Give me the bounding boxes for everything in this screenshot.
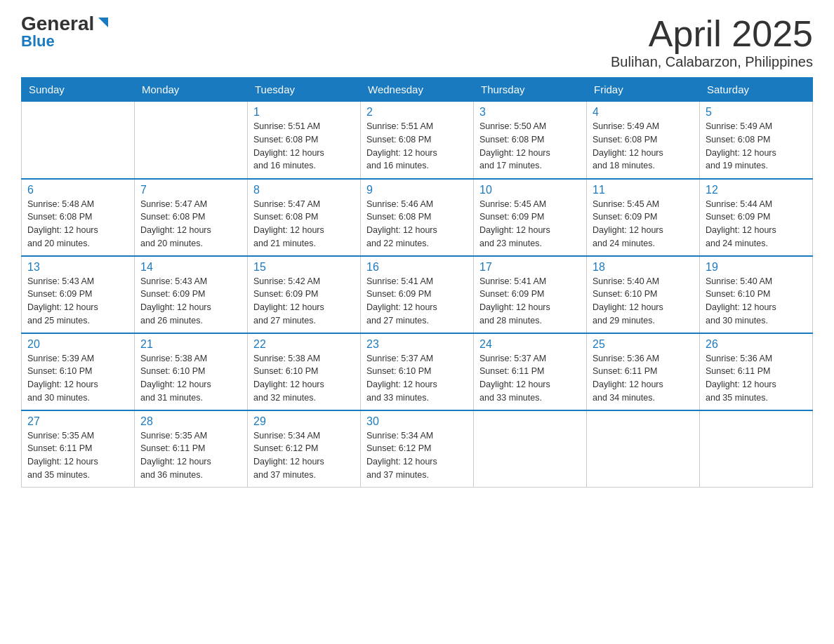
day-number: 9 bbox=[366, 184, 468, 196]
day-info: Sunrise: 5:51 AM Sunset: 6:08 PM Dayligh… bbox=[253, 120, 355, 173]
day-info: Sunrise: 5:34 AM Sunset: 6:12 PM Dayligh… bbox=[366, 429, 468, 482]
calendar-day-cell: 15Sunrise: 5:42 AM Sunset: 6:09 PM Dayli… bbox=[248, 256, 361, 333]
day-info: Sunrise: 5:43 AM Sunset: 6:09 PM Dayligh… bbox=[140, 275, 241, 328]
calendar-day-cell: 23Sunrise: 5:37 AM Sunset: 6:10 PM Dayli… bbox=[361, 333, 474, 410]
weekday-header-wednesday: Wednesday bbox=[361, 78, 474, 102]
day-number: 16 bbox=[366, 261, 468, 274]
weekday-header-friday: Friday bbox=[587, 78, 700, 102]
calendar-day-cell: 17Sunrise: 5:41 AM Sunset: 6:09 PM Dayli… bbox=[474, 256, 587, 333]
page-header: General Blue April 2025 Bulihan, Calabar… bbox=[21, 14, 813, 70]
day-number: 13 bbox=[27, 261, 128, 274]
day-number: 22 bbox=[253, 338, 355, 351]
day-number: 6 bbox=[27, 184, 128, 196]
weekday-header-sunday: Sunday bbox=[22, 78, 135, 102]
logo-triangle-icon bbox=[95, 15, 111, 30]
day-number: 1 bbox=[253, 106, 355, 119]
day-info: Sunrise: 5:46 AM Sunset: 6:08 PM Dayligh… bbox=[366, 198, 468, 250]
day-info: Sunrise: 5:42 AM Sunset: 6:09 PM Dayligh… bbox=[253, 275, 355, 328]
logo: General Blue bbox=[21, 14, 111, 51]
day-info: Sunrise: 5:49 AM Sunset: 6:08 PM Dayligh… bbox=[593, 120, 694, 173]
calendar-day-cell: 28Sunrise: 5:35 AM Sunset: 6:11 PM Dayli… bbox=[135, 410, 248, 488]
day-info: Sunrise: 5:38 AM Sunset: 6:10 PM Dayligh… bbox=[140, 352, 241, 405]
day-number: 11 bbox=[593, 184, 694, 196]
calendar-day-cell: 4Sunrise: 5:49 AM Sunset: 6:08 PM Daylig… bbox=[587, 102, 700, 179]
day-info: Sunrise: 5:43 AM Sunset: 6:09 PM Dayligh… bbox=[27, 275, 128, 328]
calendar-day-cell: 22Sunrise: 5:38 AM Sunset: 6:10 PM Dayli… bbox=[248, 333, 361, 410]
day-number: 7 bbox=[140, 184, 241, 196]
calendar-day-cell: 30Sunrise: 5:34 AM Sunset: 6:12 PM Dayli… bbox=[361, 410, 474, 488]
calendar-day-cell: 1Sunrise: 5:51 AM Sunset: 6:08 PM Daylig… bbox=[248, 102, 361, 179]
calendar-week-row: 6Sunrise: 5:48 AM Sunset: 6:08 PM Daylig… bbox=[22, 179, 813, 256]
calendar-day-cell bbox=[587, 410, 700, 488]
calendar-day-cell: 27Sunrise: 5:35 AM Sunset: 6:11 PM Dayli… bbox=[22, 410, 135, 488]
day-info: Sunrise: 5:40 AM Sunset: 6:10 PM Dayligh… bbox=[593, 275, 694, 328]
day-number: 18 bbox=[593, 261, 694, 274]
day-number: 21 bbox=[140, 338, 241, 351]
day-info: Sunrise: 5:47 AM Sunset: 6:08 PM Dayligh… bbox=[140, 198, 241, 250]
day-info: Sunrise: 5:49 AM Sunset: 6:08 PM Dayligh… bbox=[706, 120, 807, 173]
weekday-header-saturday: Saturday bbox=[700, 78, 813, 102]
calendar-day-cell: 5Sunrise: 5:49 AM Sunset: 6:08 PM Daylig… bbox=[700, 102, 813, 179]
day-info: Sunrise: 5:47 AM Sunset: 6:08 PM Dayligh… bbox=[253, 198, 355, 250]
page-subtitle: Bulihan, Calabarzon, Philippines bbox=[611, 54, 813, 70]
day-info: Sunrise: 5:36 AM Sunset: 6:11 PM Dayligh… bbox=[593, 352, 694, 405]
day-number: 19 bbox=[706, 261, 807, 274]
calendar-header-row: SundayMondayTuesdayWednesdayThursdayFrid… bbox=[22, 78, 813, 102]
weekday-header-thursday: Thursday bbox=[474, 78, 587, 102]
day-number: 28 bbox=[140, 415, 241, 428]
calendar-day-cell: 11Sunrise: 5:45 AM Sunset: 6:09 PM Dayli… bbox=[587, 179, 700, 256]
day-number: 30 bbox=[366, 415, 468, 428]
calendar-day-cell: 14Sunrise: 5:43 AM Sunset: 6:09 PM Dayli… bbox=[135, 256, 248, 333]
calendar-week-row: 13Sunrise: 5:43 AM Sunset: 6:09 PM Dayli… bbox=[22, 256, 813, 333]
day-info: Sunrise: 5:36 AM Sunset: 6:11 PM Dayligh… bbox=[706, 352, 807, 405]
calendar-day-cell: 3Sunrise: 5:50 AM Sunset: 6:08 PM Daylig… bbox=[474, 102, 587, 179]
page-title: April 2025 bbox=[611, 14, 813, 54]
calendar-day-cell bbox=[700, 410, 813, 488]
day-number: 12 bbox=[706, 184, 807, 196]
calendar-day-cell: 6Sunrise: 5:48 AM Sunset: 6:08 PM Daylig… bbox=[22, 179, 135, 256]
day-number: 8 bbox=[253, 184, 355, 196]
day-number: 3 bbox=[479, 106, 581, 119]
day-number: 10 bbox=[479, 184, 581, 196]
day-number: 26 bbox=[706, 338, 807, 351]
calendar-day-cell: 26Sunrise: 5:36 AM Sunset: 6:11 PM Dayli… bbox=[700, 333, 813, 410]
day-info: Sunrise: 5:35 AM Sunset: 6:11 PM Dayligh… bbox=[140, 429, 241, 482]
calendar-table: SundayMondayTuesdayWednesdayThursdayFrid… bbox=[21, 77, 813, 488]
day-info: Sunrise: 5:37 AM Sunset: 6:11 PM Dayligh… bbox=[479, 352, 581, 405]
calendar-day-cell: 16Sunrise: 5:41 AM Sunset: 6:09 PM Dayli… bbox=[361, 256, 474, 333]
day-info: Sunrise: 5:45 AM Sunset: 6:09 PM Dayligh… bbox=[593, 198, 694, 250]
day-number: 20 bbox=[27, 338, 128, 351]
day-info: Sunrise: 5:51 AM Sunset: 6:08 PM Dayligh… bbox=[366, 120, 468, 173]
calendar-day-cell bbox=[474, 410, 587, 488]
day-number: 24 bbox=[479, 338, 581, 351]
day-info: Sunrise: 5:37 AM Sunset: 6:10 PM Dayligh… bbox=[366, 352, 468, 405]
calendar-day-cell: 7Sunrise: 5:47 AM Sunset: 6:08 PM Daylig… bbox=[135, 179, 248, 256]
day-info: Sunrise: 5:38 AM Sunset: 6:10 PM Dayligh… bbox=[253, 352, 355, 405]
calendar-day-cell: 13Sunrise: 5:43 AM Sunset: 6:09 PM Dayli… bbox=[22, 256, 135, 333]
calendar-day-cell bbox=[135, 102, 248, 179]
day-info: Sunrise: 5:35 AM Sunset: 6:11 PM Dayligh… bbox=[27, 429, 128, 482]
calendar-day-cell: 9Sunrise: 5:46 AM Sunset: 6:08 PM Daylig… bbox=[361, 179, 474, 256]
calendar-week-row: 20Sunrise: 5:39 AM Sunset: 6:10 PM Dayli… bbox=[22, 333, 813, 410]
day-info: Sunrise: 5:41 AM Sunset: 6:09 PM Dayligh… bbox=[366, 275, 468, 328]
day-number: 5 bbox=[706, 106, 807, 119]
day-info: Sunrise: 5:50 AM Sunset: 6:08 PM Dayligh… bbox=[479, 120, 581, 173]
weekday-header-monday: Monday bbox=[135, 78, 248, 102]
title-block: April 2025 Bulihan, Calabarzon, Philippi… bbox=[611, 14, 813, 70]
day-info: Sunrise: 5:45 AM Sunset: 6:09 PM Dayligh… bbox=[479, 198, 581, 250]
day-info: Sunrise: 5:34 AM Sunset: 6:12 PM Dayligh… bbox=[253, 429, 355, 482]
day-number: 29 bbox=[253, 415, 355, 428]
calendar-day-cell: 10Sunrise: 5:45 AM Sunset: 6:09 PM Dayli… bbox=[474, 179, 587, 256]
day-number: 14 bbox=[140, 261, 241, 274]
logo-general: General bbox=[21, 14, 94, 34]
calendar-day-cell: 20Sunrise: 5:39 AM Sunset: 6:10 PM Dayli… bbox=[22, 333, 135, 410]
day-info: Sunrise: 5:39 AM Sunset: 6:10 PM Dayligh… bbox=[27, 352, 128, 405]
calendar-week-row: 27Sunrise: 5:35 AM Sunset: 6:11 PM Dayli… bbox=[22, 410, 813, 488]
calendar-day-cell: 19Sunrise: 5:40 AM Sunset: 6:10 PM Dayli… bbox=[700, 256, 813, 333]
calendar-day-cell: 18Sunrise: 5:40 AM Sunset: 6:10 PM Dayli… bbox=[587, 256, 700, 333]
calendar-day-cell: 25Sunrise: 5:36 AM Sunset: 6:11 PM Dayli… bbox=[587, 333, 700, 410]
svg-marker-0 bbox=[98, 18, 108, 27]
day-number: 23 bbox=[366, 338, 468, 351]
day-info: Sunrise: 5:41 AM Sunset: 6:09 PM Dayligh… bbox=[479, 275, 581, 328]
calendar-day-cell bbox=[22, 102, 135, 179]
